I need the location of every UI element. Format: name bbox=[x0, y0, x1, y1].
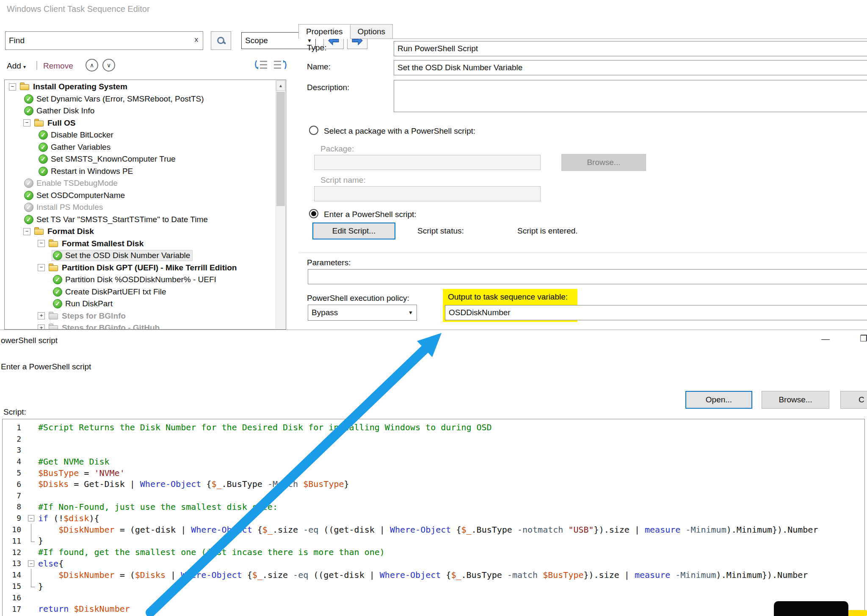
clipped-right-button[interactable]: C bbox=[840, 391, 867, 409]
parameters-label: Parameters: bbox=[307, 258, 351, 267]
expand-toggle-icon[interactable]: + bbox=[38, 324, 45, 330]
tree-item-label: Restart in Windows PE bbox=[51, 167, 133, 176]
tree-item[interactable]: −Format Disk bbox=[5, 226, 276, 238]
collapse-toggle-icon[interactable]: − bbox=[9, 83, 16, 91]
tree-item[interactable]: −Format Smallest Disk bbox=[5, 238, 276, 250]
tree-item[interactable]: Set TS Var "SMSTS_StartTSTime" to Date T… bbox=[5, 214, 276, 226]
folder-group-icon bbox=[49, 263, 59, 272]
collapse-toggle-icon[interactable]: − bbox=[38, 240, 45, 247]
select-package-radio[interactable] bbox=[309, 126, 318, 135]
code-line: 4#Get NVMe Disk bbox=[3, 456, 864, 467]
tree-item-label: Format Smallest Disk bbox=[62, 239, 144, 248]
output-variable-label: Output to task sequence variable: bbox=[448, 292, 568, 302]
move-step-down-button[interactable]: ∨ bbox=[102, 59, 115, 72]
minimize-icon[interactable]: — bbox=[817, 334, 834, 344]
success-check-icon bbox=[24, 191, 33, 200]
execution-policy-value: Bypass bbox=[312, 308, 338, 317]
chevron-down-icon: ▼ bbox=[408, 310, 413, 316]
tree-item-label: Install PS Modules bbox=[36, 203, 103, 212]
maximize-icon[interactable]: ❐ bbox=[855, 333, 867, 344]
line-number: 15 bbox=[3, 582, 25, 591]
output-variable-field[interactable] bbox=[445, 305, 867, 320]
tree-item[interactable]: Create DiskPartUEFI txt File bbox=[5, 286, 276, 298]
tree-item[interactable]: Gather Disk Info bbox=[5, 105, 276, 117]
clear-find-icon[interactable]: x bbox=[195, 36, 199, 44]
tree-item[interactable]: −Partition Disk GPT (UEFI) - Mike Terril… bbox=[5, 262, 276, 274]
search-button[interactable] bbox=[211, 31, 231, 50]
tab-options[interactable]: Options bbox=[350, 24, 393, 39]
tree-item[interactable]: Run DiskPart bbox=[5, 298, 276, 310]
script-status-label: Script status: bbox=[417, 226, 464, 236]
success-check-icon bbox=[24, 106, 33, 116]
collapse-toggle-icon[interactable]: − bbox=[23, 228, 30, 235]
folder-group-icon bbox=[49, 323, 59, 330]
browse-button[interactable]: Browse... bbox=[762, 391, 829, 409]
line-number: 9 bbox=[3, 514, 25, 522]
window-title: Windows Client Task Sequence Editor bbox=[7, 4, 150, 14]
tree-item-label: Install Operating System bbox=[33, 82, 127, 91]
script-name-label: Script name: bbox=[320, 176, 366, 185]
expand-all-icon bbox=[254, 59, 268, 70]
line-number: 4 bbox=[3, 457, 25, 466]
tree-scrollbar-thumb[interactable] bbox=[276, 92, 285, 206]
success-check-icon bbox=[53, 299, 62, 308]
tree-item[interactable]: Set Dynamic Vars (Error, SMSReboot, Post… bbox=[5, 93, 276, 105]
success-check-icon bbox=[53, 251, 62, 260]
task-sequence-editor-window: Windows Client Task Sequence Editor x Sc… bbox=[0, 0, 867, 616]
fold-collapse-icon[interactable]: − bbox=[28, 515, 34, 521]
tree-item[interactable]: Disable BitLocker bbox=[5, 129, 276, 141]
description-label: Description: bbox=[307, 83, 349, 92]
tree-item[interactable]: +Steps for BGinfo - GitHub bbox=[5, 322, 276, 330]
line-number: 6 bbox=[3, 480, 25, 489]
tree-item[interactable]: Partition Disk %OSDDiskNumber% - UEFI bbox=[5, 274, 276, 286]
tree-item[interactable]: Restart in Windows PE bbox=[5, 165, 276, 178]
tree-item[interactable]: Enable TSDebugMode bbox=[5, 177, 276, 190]
collapse-all-icon bbox=[273, 59, 287, 70]
script-code-editor[interactable]: 1#Script Returns the Disk Number for the… bbox=[2, 419, 865, 616]
move-step-up-button[interactable]: ∧ bbox=[86, 59, 98, 72]
tree-item[interactable]: Install PS Modules bbox=[5, 201, 276, 214]
scope-select-value: Scope bbox=[245, 36, 268, 45]
tree-item[interactable]: Set SMSTS_KnownComputer True bbox=[5, 153, 276, 165]
find-input[interactable] bbox=[5, 31, 203, 50]
collapse-toggle-icon[interactable]: − bbox=[38, 264, 45, 271]
tree-item-label: Gather Variables bbox=[51, 143, 110, 152]
add-button[interactable]: Add ▾ bbox=[7, 61, 26, 71]
type-field[interactable] bbox=[394, 41, 867, 56]
remove-button[interactable]: Remove bbox=[43, 61, 73, 71]
package-field bbox=[314, 155, 541, 170]
success-check-icon bbox=[53, 287, 62, 297]
edit-script-button[interactable]: Edit Script... bbox=[312, 223, 395, 239]
open-button[interactable]: Open... bbox=[685, 391, 752, 409]
chevron-up-icon: ∧ bbox=[90, 62, 94, 69]
enter-script-radio[interactable] bbox=[309, 209, 318, 218]
scroll-up-icon[interactable]: ▲ bbox=[276, 80, 285, 91]
expand-toggle-icon[interactable]: + bbox=[38, 312, 45, 319]
fold-collapse-icon[interactable]: − bbox=[28, 560, 34, 566]
task-sequence-tree[interactable]: −Install Operating SystemSet Dynamic Var… bbox=[4, 80, 286, 330]
tree-item-label: Partition Disk GPT (UEFI) - Mike Terrill… bbox=[62, 263, 237, 272]
collapse-toggle-icon[interactable]: − bbox=[23, 119, 30, 126]
line-number: 11 bbox=[3, 536, 25, 545]
tree-item[interactable]: Gather Variables bbox=[5, 141, 276, 154]
tree-item[interactable]: −Install Operating System bbox=[5, 81, 276, 93]
dialog-title: owerShell script bbox=[1, 336, 58, 345]
success-check-icon bbox=[24, 215, 33, 224]
dark-overlay-badge bbox=[774, 601, 848, 616]
description-field[interactable] bbox=[394, 80, 867, 112]
execution-policy-select[interactable]: Bypass ▼ bbox=[308, 305, 417, 321]
code-line: 17return $DiskNumber bbox=[3, 603, 864, 615]
collapse-all-button[interactable] bbox=[273, 59, 288, 72]
tab-properties[interactable]: Properties bbox=[298, 24, 351, 39]
name-field[interactable] bbox=[394, 60, 867, 75]
tree-item[interactable]: Set the OSD Disk Number Variable bbox=[5, 250, 276, 262]
success-check-icon bbox=[39, 154, 48, 164]
tree-item[interactable]: −Full OS bbox=[5, 117, 276, 129]
code-line: 13−else{ bbox=[3, 558, 864, 569]
parameters-field[interactable] bbox=[308, 269, 867, 284]
expand-all-button[interactable] bbox=[254, 59, 269, 72]
line-number: 13 bbox=[3, 559, 25, 568]
tree-item[interactable]: Set OSDComputerName bbox=[5, 190, 276, 202]
tree-item[interactable]: +Steps for BGInfo bbox=[5, 310, 276, 322]
tree-rows: −Install Operating SystemSet Dynamic Var… bbox=[5, 81, 276, 330]
